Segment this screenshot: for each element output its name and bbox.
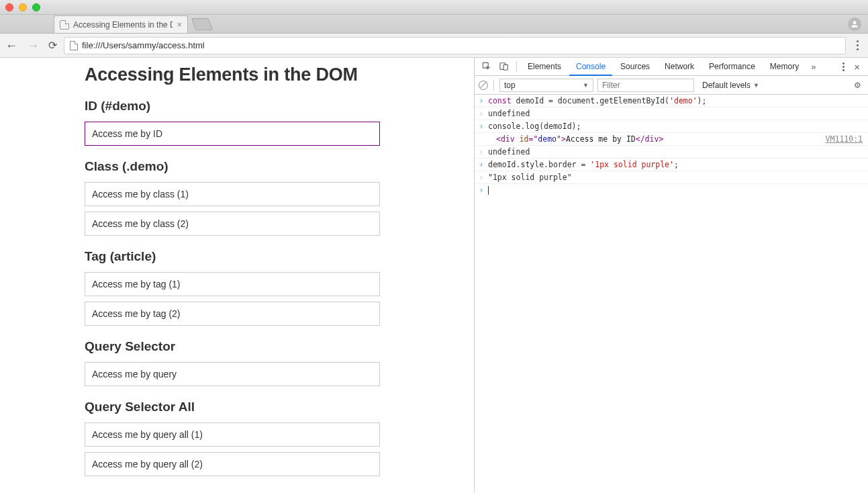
console-log-row: <div id="demo">Access me by ID</div> VM1… (475, 133, 868, 146)
url-text: file:///Users/sammy/access.html (82, 40, 205, 50)
demo-box-tag: Access me by tag (2) (85, 302, 380, 326)
demo-box-class: Access me by class (2) (85, 212, 380, 236)
section-heading-tag: Tag (article) (85, 249, 461, 264)
separator (493, 80, 494, 91)
console-output-row: ‹ undefined (475, 146, 868, 159)
svg-rect-2 (503, 64, 508, 70)
console-line: <div id="demo">Access me by ID</div> (488, 133, 826, 145)
demo-box-queryall: Access me by query all (2) (85, 452, 380, 476)
chevron-down-icon: ▼ (753, 82, 759, 89)
tab-sources[interactable]: Sources (614, 58, 657, 76)
console-input-row: › console.log(demoId); (475, 120, 868, 133)
reload-button[interactable]: ⟳ (48, 39, 57, 52)
page-content: Accessing Elements in the DOM ID (#demo)… (0, 58, 474, 493)
section-heading-class: Class (.demo) (85, 159, 461, 174)
demo-box-queryall: Access me by query all (1) (85, 422, 380, 447)
input-caret-icon: › (475, 184, 488, 196)
console-line: undefined (488, 107, 868, 120)
console-toolbar: top ▼ Default levels ▼ ⚙ (475, 76, 868, 95)
tab-console[interactable]: Console (569, 58, 612, 76)
titlebar (0, 0, 868, 15)
console-input-row: › demoId.style.border = '1px solid purpl… (475, 159, 868, 171)
demo-box-tag: Access me by tag (1) (85, 272, 380, 296)
log-levels-selector[interactable]: Default levels ▼ (702, 81, 759, 90)
console-line: "1px solid purple" (488, 171, 868, 183)
input-caret-icon: › (475, 159, 488, 171)
separator (516, 61, 517, 72)
device-icon[interactable] (496, 62, 512, 71)
demo-box-class: Access me by class (1) (85, 182, 380, 206)
demo-box-query: Access me by query (85, 362, 380, 386)
close-tab-icon[interactable]: × (177, 20, 182, 29)
browser-menu-button[interactable] (853, 40, 863, 50)
output-caret-icon: ‹ (475, 146, 488, 158)
section-heading-id: ID (#demo) (85, 99, 461, 114)
console-input-row: › const demoId = document.getElementById… (475, 95, 868, 107)
console-line: demoId.style.border = '1px solid purple'… (488, 159, 868, 171)
input-caret-icon: › (475, 120, 488, 132)
tab-network[interactable]: Network (658, 58, 701, 76)
tab-strip: Accessing Elements in the DOM × (0, 15, 868, 34)
inspect-icon[interactable] (479, 62, 495, 71)
close-window-icon[interactable] (5, 3, 13, 11)
page-title: Accessing Elements in the DOM (85, 64, 461, 85)
context-value: top (504, 81, 516, 90)
section-heading-queryall: Query Selector All (85, 400, 461, 414)
console-line: const demoId = document.getElementById('… (488, 95, 868, 107)
new-tab-button[interactable] (191, 18, 213, 30)
input-caret-icon: › (475, 95, 488, 107)
tab-memory[interactable]: Memory (763, 58, 806, 76)
file-icon (70, 41, 78, 50)
address-bar[interactable]: file:///Users/sammy/access.html (64, 37, 846, 54)
section-heading-query: Query Selector (85, 339, 461, 354)
page-icon (60, 20, 69, 30)
tab-title: Accessing Elements in the DOM (73, 20, 173, 30)
more-tabs-icon[interactable]: » (807, 62, 820, 72)
chevron-down-icon: ▼ (583, 82, 589, 89)
devtools-panel: Elements Console Sources Network Perform… (474, 58, 868, 493)
source-link[interactable]: VM1110:1 (826, 133, 868, 145)
toolbar: ← → ⟳ file:///Users/sammy/access.html (0, 34, 868, 58)
nav-buttons: ← → ⟳ (5, 39, 57, 52)
devtools-tabs: Elements Console Sources Network Perform… (475, 58, 868, 76)
clear-console-icon[interactable] (479, 81, 488, 90)
tab-elements[interactable]: Elements (521, 58, 568, 76)
levels-label: Default levels (702, 81, 751, 90)
tab-performance[interactable]: Performance (702, 58, 762, 76)
console-prompt[interactable] (488, 184, 868, 196)
gear-icon[interactable]: ⚙ (851, 81, 864, 90)
output-caret-icon: ‹ (475, 107, 488, 120)
demo-box-id: Access me by ID (85, 122, 380, 146)
console-line: console.log(demoId); (488, 120, 868, 132)
console-prompt-row[interactable]: › (475, 184, 868, 196)
forward-button[interactable]: → (27, 40, 39, 52)
close-devtools-icon[interactable]: × (850, 61, 864, 73)
devtools-menu-button[interactable] (838, 62, 849, 71)
maximize-window-icon[interactable] (32, 3, 40, 11)
profile-icon[interactable] (848, 17, 861, 31)
filter-input[interactable] (597, 79, 694, 92)
console-line: undefined (488, 146, 868, 158)
console-body[interactable]: › const demoId = document.getElementById… (475, 95, 868, 493)
window-controls (5, 3, 40, 11)
browser-tab[interactable]: Accessing Elements in the DOM × (54, 15, 188, 33)
console-output-row: ‹ undefined (475, 107, 868, 120)
console-output-row: ‹ "1px solid purple" (475, 171, 868, 184)
context-selector[interactable]: top ▼ (499, 79, 593, 92)
content-area: Accessing Elements in the DOM ID (#demo)… (0, 58, 868, 493)
back-button[interactable]: ← (5, 40, 17, 52)
browser-chrome: Accessing Elements in the DOM × ← → ⟳ fi… (0, 0, 868, 58)
minimize-window-icon[interactable] (19, 3, 27, 11)
output-caret-icon: ‹ (475, 171, 488, 183)
